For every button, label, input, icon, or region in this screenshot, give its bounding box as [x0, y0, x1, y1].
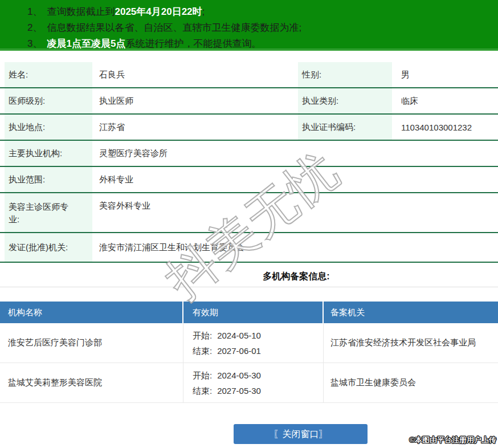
notice-text: ; — [202, 6, 205, 17]
table-row: 盐城艾美莉整形美容医院 开始:2024-05-30 结束:2027-05-30 … — [0, 363, 498, 403]
validity-end: 结束:2027-05-30 — [193, 383, 323, 398]
info-row-name-gender: 姓名: 石良兵 性别: 男 — [0, 62, 498, 88]
notice-highlight: 凌晨1点至凌晨5点 — [47, 38, 125, 49]
table-row: 淮安艺后医疗美容门诊部 开始:2024-05-10 结束:2027-06-01 … — [0, 323, 498, 363]
upload-attribution-note: ©本图由平台注册用户上传 — [409, 435, 496, 445]
notice-text: 信息数据结果以各省、自治区、直辖市卫生健康委数据为准; — [47, 22, 301, 33]
cosmetic-specialty-value: 美容外科专业 — [99, 193, 498, 232]
institution-name: 盐城艾美莉整形美容医院 — [0, 363, 183, 402]
filing-table-header: 机构名称 有效期 备案机关 — [0, 302, 498, 323]
practice-scope-label: 执业范围: — [5, 167, 92, 192]
practice-location-value: 江苏省 — [99, 115, 298, 140]
notice-text: 系统进行维护，不能提供查询。 — [125, 38, 261, 49]
practice-location-label: 执业地点: — [5, 115, 92, 140]
institution-name: 淮安艺后医疗美容门诊部 — [0, 323, 183, 363]
issuing-authority-value: 淮安市清江浦区卫生和计划生育委员会 — [99, 233, 498, 262]
certificate-number-value: 110340103001232 — [401, 115, 498, 140]
close-window-button[interactable]: 〖关闭窗口〗 — [234, 424, 368, 444]
gender-value: 男 — [401, 62, 498, 87]
validity-end: 结束:2027-06-01 — [193, 343, 323, 359]
notice-number: 3、 — [27, 38, 42, 49]
info-row-location-certno: 执业地点: 江苏省 执业证书编码: 110340103001232 — [0, 115, 498, 141]
name-value: 石良兵 — [99, 62, 298, 87]
validity-start: 开始:2024-05-10 — [193, 328, 323, 343]
column-header-authority: 备案机关 — [324, 302, 498, 323]
multi-org-section-title: 多机构备案信息: — [0, 271, 498, 282]
cosmetic-specialty-label: 美容主诊医师专业: — [5, 193, 92, 232]
info-row-issuing-authority: 发证(批准)机关: 淮安市清江浦区卫生和计划生育委员会 — [0, 233, 498, 263]
info-row-cosmetic-specialty: 美容主诊医师专业: 美容外科专业 — [0, 193, 498, 233]
notice-highlight: 2025年4月20日22时 — [115, 6, 202, 17]
column-header-validity: 有效期 — [183, 302, 324, 323]
validity-period: 开始:2024-05-10 结束:2027-06-01 — [183, 323, 324, 363]
info-row-level-category: 医师级别: 执业医师 执业类别: 临床 — [0, 88, 498, 115]
validity-start: 开始:2024-05-30 — [193, 368, 323, 383]
info-row-practice-scope: 执业范围: 外科专业 — [0, 167, 498, 193]
notice-text: 查询数据截止到 — [47, 6, 115, 17]
issuing-authority-label: 发证(批准)机关: — [5, 233, 92, 262]
section-divider — [0, 287, 498, 287]
practice-category-label: 执业类别: — [298, 88, 392, 113]
practice-category-value: 临床 — [401, 88, 498, 113]
main-institution-label: 主要执业机构: — [5, 141, 92, 166]
certificate-number-label: 执业证书编码: — [298, 115, 392, 140]
physician-level-label: 医师级别: — [5, 88, 92, 113]
validity-period: 开始:2024-05-30 结束:2027-05-30 — [183, 363, 324, 402]
filing-authority: 盐城市卫生健康委员会 — [324, 363, 498, 402]
notice-line-2: 2、信息数据结果以各省、自治区、直辖市卫生健康委数据为准; — [27, 20, 498, 36]
physician-level-value: 执业医师 — [99, 88, 298, 113]
practitioner-info-table: 姓名: 石良兵 性别: 男 医师级别: 执业医师 执业类别: 临床 执业地点: … — [0, 62, 498, 263]
notice-line-3: 3、凌晨1点至凌晨5点系统进行维护，不能提供查询。 — [27, 36, 498, 52]
notice-line-1: 1、查询数据截止到2025年4月20日22时; — [27, 4, 498, 20]
name-label: 姓名: — [5, 62, 92, 87]
notice-number: 1、 — [27, 6, 42, 17]
info-row-main-institution: 主要执业机构: 灵塑医疗美容诊所 — [0, 141, 498, 167]
column-header-institution: 机构名称 — [0, 302, 183, 323]
notice-number: 2、 — [27, 22, 42, 33]
gender-label: 性别: — [298, 62, 392, 87]
filing-table: 机构名称 有效期 备案机关 淮安艺后医疗美容门诊部 开始:2024-05-10 … — [0, 302, 498, 403]
main-institution-value: 灵塑医疗美容诊所 — [99, 141, 498, 166]
notice-banner: 1、查询数据截止到2025年4月20日22时; 2、信息数据结果以各省、自治区、… — [0, 0, 498, 51]
filing-authority: 江苏省淮安经济技术开发区社会事业局 — [324, 323, 498, 363]
practice-scope-value: 外科专业 — [99, 167, 498, 192]
